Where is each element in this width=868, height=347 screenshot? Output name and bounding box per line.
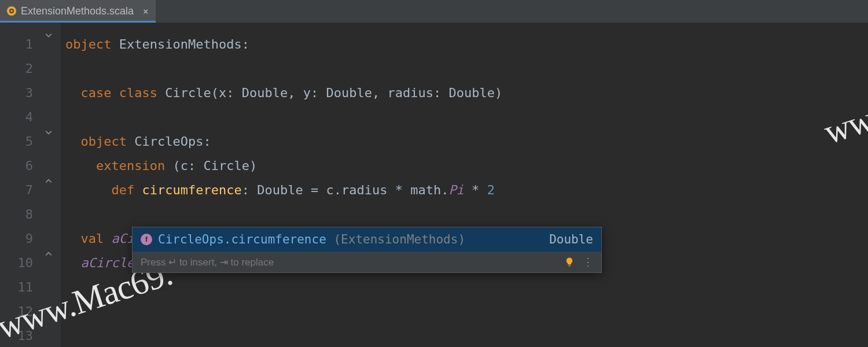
line-number: 5 [0, 130, 43, 154]
line-number: 11 [0, 275, 43, 300]
file-tab[interactable]: ExtensionMethods.scala × [0, 0, 156, 23]
line-number-gutter: 1 2 3 4 5 6 7 8 9 10 11 12 13 [0, 23, 43, 347]
tab-filename: ExtensionMethods.scala [21, 5, 134, 17]
code-line[interactable] [61, 275, 868, 300]
fold-toggle-icon[interactable] [45, 128, 53, 136]
scala-file-icon [7, 6, 16, 16]
code-line[interactable] [61, 57, 868, 81]
close-tab-icon[interactable]: × [143, 6, 149, 17]
line-number: 13 [0, 324, 43, 347]
completion-label: CircleOps.circumference (ExtensionMethod… [158, 232, 543, 246]
line-number: 10 [0, 251, 43, 275]
completion-item[interactable]: f CircleOps.circumference (ExtensionMeth… [133, 227, 601, 252]
line-number: 12 [0, 300, 43, 324]
code-line[interactable]: object CircleOps: [61, 130, 868, 154]
more-options-icon[interactable]: ⋮ [583, 256, 593, 268]
completion-footer: Press ↵ to insert, ⇥ to replace ⋮ [133, 252, 601, 272]
completion-return-type: Double [549, 232, 593, 246]
code-line[interactable]: object ExtensionMethods: [61, 32, 868, 57]
line-number: 3 [0, 81, 43, 105]
code-line[interactable] [61, 300, 868, 324]
fold-toggle-icon[interactable] [45, 31, 53, 39]
line-number: 1 [0, 32, 43, 57]
tab-bar: ExtensionMethods.scala × [0, 0, 868, 23]
code-area[interactable]: object ExtensionMethods: case class Circ… [61, 23, 868, 347]
code-line[interactable] [61, 324, 868, 347]
line-number: 8 [0, 202, 43, 227]
function-icon: f [141, 234, 152, 245]
line-number: 2 [0, 57, 43, 81]
line-number: 9 [0, 227, 43, 251]
line-number: 4 [0, 105, 43, 130]
code-editor[interactable]: 1 2 3 4 5 6 7 8 9 10 11 12 13 object Ext… [0, 23, 868, 347]
fold-end-icon[interactable] [45, 250, 53, 258]
code-line[interactable]: def circumference: Double = c.radius * m… [61, 178, 868, 202]
code-line[interactable] [61, 105, 868, 130]
line-number: 6 [0, 154, 43, 178]
lightbulb-icon[interactable] [564, 257, 575, 267]
completion-hint: Press ↵ to insert, ⇥ to replace [141, 256, 562, 268]
code-line[interactable]: extension (c: Circle) [61, 154, 868, 178]
code-completion-popup: f CircleOps.circumference (ExtensionMeth… [132, 227, 602, 273]
fold-gutter [43, 23, 61, 347]
fold-end-icon[interactable] [45, 177, 53, 185]
line-number: 7 [0, 178, 43, 202]
code-line[interactable] [61, 202, 868, 227]
code-line[interactable]: case class Circle(x: Double, y: Double, … [61, 81, 868, 105]
